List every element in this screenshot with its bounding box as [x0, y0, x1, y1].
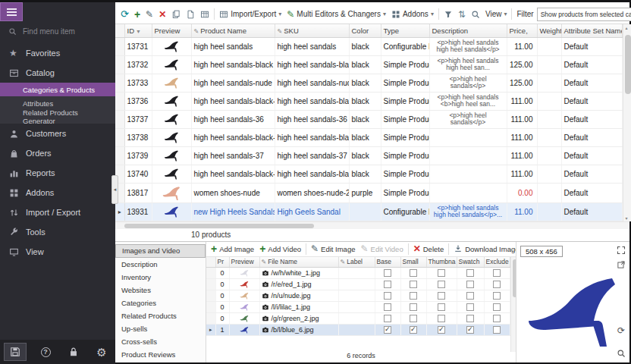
fullscreen-button[interactable]	[615, 244, 627, 256]
sidebar-item-view[interactable]: View	[0, 242, 115, 262]
column-header-price[interactable]: Price,	[507, 24, 537, 37]
import-export-menu-button[interactable]: Import/Export▾	[217, 8, 284, 20]
tab-categories[interactable]: Categories	[115, 297, 206, 309]
base-checkbox[interactable]	[384, 292, 391, 300]
sidebar-collapse-handle[interactable]: ◂	[111, 175, 118, 204]
edit-button[interactable]: ✎	[143, 8, 155, 20]
thumbnail-checkbox[interactable]	[438, 326, 445, 334]
help-button[interactable]: ?	[36, 343, 55, 361]
tab-inventory[interactable]: Inventory	[115, 271, 206, 284]
column-header-product-name[interactable]: ✎Product Name	[191, 24, 275, 37]
sidebar-item-catalog[interactable]: Catalog	[0, 63, 115, 83]
refresh-button[interactable]: ⟳	[118, 8, 131, 20]
image-column-header-base[interactable]: Base	[375, 257, 400, 268]
edit-image-button[interactable]: ✎Edit Image	[309, 243, 357, 254]
image-column-header-label[interactable]: ✎Label	[338, 257, 375, 268]
column-header-attribute-set-name[interactable]: Attribute Set Name	[561, 24, 622, 37]
column-header-preview[interactable]: Preview	[152, 24, 191, 37]
small-checkbox[interactable]	[410, 315, 417, 322]
tab-cross-sells[interactable]: Cross-sells	[115, 335, 206, 348]
product-row[interactable]: 13737high heel sandals-36high heel sanda…	[115, 110, 622, 128]
small-checkbox[interactable]	[410, 269, 417, 277]
product-row[interactable]: 13732high heel sandals-blackhigh heel sa…	[115, 55, 622, 74]
image-column-header-swatch[interactable]: Swatch	[457, 257, 484, 268]
thumbnail-checkbox[interactable]	[438, 315, 445, 322]
quick-filter-button[interactable]	[441, 8, 455, 20]
image-column-header-preview[interactable]: Preview	[229, 257, 259, 268]
image-row[interactable]: 0/g/r/green_2.jpg	[206, 313, 510, 325]
base-checkbox[interactable]	[384, 281, 391, 288]
small-checkbox[interactable]	[410, 326, 417, 334]
swatch-checkbox[interactable]	[466, 315, 474, 322]
base-checkbox[interactable]	[384, 303, 391, 311]
product-row[interactable]: 13738high heel sandals-black-37high heel…	[115, 128, 622, 146]
image-column-header-file-name[interactable]: ✎File Name	[259, 257, 338, 268]
sidebar-item-tools[interactable]: Tools	[0, 222, 115, 242]
product-row[interactable]: ▸13931new High Heels SandalsHigh Geels S…	[115, 202, 622, 221]
lock-button[interactable]	[64, 343, 83, 361]
image-row[interactable]: ▸1/b/l/blue_6.jpg	[206, 325, 510, 336]
image-column-header-pr[interactable]: Pr	[215, 257, 229, 268]
thumbnail-checkbox[interactable]	[438, 303, 445, 311]
sort-button[interactable]: ⇅	[456, 8, 468, 20]
image-column-header-thumbna[interactable]: Thumbna	[426, 257, 457, 268]
sidebar-item-related-products-generator[interactable]: Related Products Generator	[0, 110, 115, 124]
image-row[interactable]: 0/w/h/white_1.jpg	[206, 268, 510, 279]
column-header-type[interactable]: Type	[381, 24, 429, 37]
add-video-button[interactable]: +Add Video	[257, 243, 303, 255]
save-button[interactable]	[4, 343, 27, 361]
scrollbar-thumb[interactable]	[625, 35, 631, 94]
sidebar-search[interactable]: Find menu item	[0, 22, 115, 40]
column-header-description[interactable]: Description	[429, 24, 507, 37]
tab-product-reviews[interactable]: Product Reviews	[115, 348, 206, 361]
product-row[interactable]: 13740high heel sandals-black-38high heel…	[115, 165, 622, 183]
category-filter-select[interactable]: Show products from selected categories▾	[537, 8, 631, 21]
thumbnail-checkbox[interactable]	[438, 269, 445, 277]
base-checkbox[interactable]	[384, 326, 391, 334]
vertical-scrollbar[interactable]	[623, 24, 631, 221]
tab-websites[interactable]: Websites	[115, 284, 206, 297]
sidebar-item-customers[interactable]: Customers	[0, 124, 115, 143]
swatch-checkbox[interactable]	[466, 269, 474, 277]
exclude-checkbox[interactable]	[493, 326, 501, 334]
sidebar-item-addons[interactable]: Addons	[0, 183, 115, 202]
product-name-cell[interactable]: new High Heels Sandals	[191, 202, 275, 221]
export-grid-button[interactable]	[198, 8, 212, 20]
column-header-id[interactable]: ID▼	[124, 24, 152, 37]
image-row[interactable]: 0/l/i/lilac_1.jpg	[206, 302, 510, 313]
column-header-weight[interactable]: Weight	[537, 24, 561, 37]
sidebar-item-import-export[interactable]: Import / Export	[0, 202, 115, 222]
paste-button[interactable]	[184, 8, 197, 20]
sidebar-item-orders[interactable]: Orders	[0, 143, 115, 163]
image-column-header-small[interactable]: Small	[400, 257, 426, 268]
swatch-checkbox[interactable]	[466, 281, 474, 288]
small-checkbox[interactable]	[410, 281, 417, 288]
swatch-checkbox[interactable]	[466, 292, 474, 300]
product-row[interactable]: 13733high heel sandals-nudehigh heel san…	[115, 74, 622, 92]
add-button[interactable]: +	[132, 8, 143, 21]
small-checkbox[interactable]	[410, 303, 417, 311]
sidebar-item-favorites[interactable]: ★Favorites	[0, 43, 115, 63]
product-row[interactable]: 13739high heel sandals-37high heel sanda…	[115, 146, 622, 165]
exclude-checkbox[interactable]	[493, 303, 501, 311]
copy-button[interactable]	[169, 8, 183, 20]
tab-description[interactable]: Description	[115, 258, 206, 271]
exclude-checkbox[interactable]	[493, 281, 501, 288]
addons-menu-button[interactable]: Addons▾	[389, 8, 436, 20]
download-image-button[interactable]: Download Image	[451, 243, 521, 254]
product-row[interactable]: 13731high heel sandalshigh heel sandalsb…	[115, 37, 622, 55]
exclude-checkbox[interactable]	[493, 269, 501, 277]
image-row[interactable]: 0/r/e/red_1.jpg	[206, 279, 510, 290]
multi-editors-menu-button[interactable]: ✎Multi Editors & Changers▾	[284, 8, 388, 20]
exclude-checkbox[interactable]	[493, 315, 501, 322]
base-checkbox[interactable]	[384, 269, 391, 277]
column-header-sku[interactable]: ✎SKU	[275, 24, 349, 37]
add-image-button[interactable]: +Add Image	[209, 243, 256, 255]
tab-up-sells[interactable]: Up-sells	[115, 322, 206, 335]
settings-button[interactable]: ⚙	[93, 343, 111, 361]
tab-related-products[interactable]: Related Products	[115, 309, 206, 322]
column-header-color[interactable]: Color	[349, 24, 381, 37]
exclude-checkbox[interactable]	[493, 292, 501, 300]
sidebar-item-reports[interactable]: Reports	[0, 163, 115, 183]
menu-toggle-button[interactable]	[0, 2, 23, 21]
